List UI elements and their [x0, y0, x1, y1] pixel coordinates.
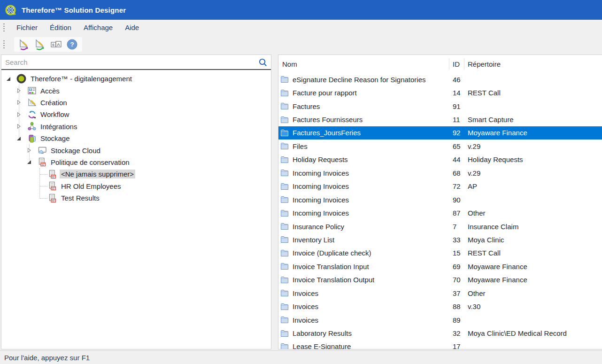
menu-affichage[interactable]: Affichage: [77, 20, 119, 36]
column-separator[interactable]: [464, 58, 464, 70]
tree-item-workflow[interactable]: Workflow: [1, 108, 271, 120]
table-row[interactable]: Invoice Translation Output70Moyaware Fin…: [278, 273, 602, 287]
window-title: Therefore™ Solution Designer: [22, 6, 126, 14]
menu-edition[interactable]: Édition: [44, 20, 77, 36]
therefore-logo-icon: [5, 4, 16, 16]
tree-item-hr-old-employees[interactable]: 31HR Old Employees: [1, 180, 271, 192]
table-row[interactable]: Files65v.29: [278, 139, 602, 153]
cell-nom: Invoices: [278, 316, 449, 324]
cell-nom: Factures: [278, 102, 449, 110]
table-row[interactable]: Incoming Invoices72AP: [278, 180, 602, 193]
column-header-repertoire[interactable]: Répertoire: [464, 60, 602, 68]
export-design-button[interactable]: [34, 38, 46, 51]
cell-id: 70: [449, 276, 464, 284]
menu-grip-handle[interactable]: [3, 23, 5, 32]
collapse-arrow-icon[interactable]: [4, 75, 13, 83]
menu-fichier[interactable]: Fichier: [10, 20, 44, 36]
category-folder-icon: [280, 169, 289, 177]
category-name: Facture pour rapport: [293, 89, 357, 97]
svg-text:31: 31: [52, 188, 55, 190]
status-text: Pour l'aide, appuyez sur F1: [4, 354, 90, 362]
cell-nom: Inventory List: [278, 235, 449, 244]
table-row[interactable]: eSignature Decline Reason for Signatorie…: [278, 73, 602, 86]
column-header-id[interactable]: ID: [449, 60, 464, 68]
table-row[interactable]: Factures Fournisseurs11Smart Capture: [278, 113, 602, 126]
toolbar-grip-handle[interactable]: [3, 40, 5, 49]
search-input[interactable]: [1, 55, 271, 69]
table-row[interactable]: Incoming Invoices68v.29: [278, 166, 602, 179]
tree-item-stockage-cloud[interactable]: Stockage Cloud: [1, 144, 271, 156]
export-design-icon: [34, 39, 46, 50]
table-row[interactable]: Lease E-Signature17: [278, 340, 602, 349]
table-row[interactable]: Laboratory Results32Moya Clinic\ED Medic…: [278, 326, 602, 340]
cell-repertoire: AP: [464, 182, 602, 190]
table-row[interactable]: Invoices37Other: [278, 287, 602, 300]
cell-nom: Invoice (Duplicate check): [278, 249, 449, 257]
integrations-icon: [27, 122, 37, 131]
category-name: Invoices: [293, 316, 318, 324]
tree-item-label: Stockage: [39, 134, 71, 143]
tree-item-stockage[interactable]: Stockage: [1, 132, 271, 144]
cell-repertoire: v.29: [464, 142, 602, 150]
tree-item-int-grations[interactable]: Intégrations: [1, 121, 271, 132]
table-row[interactable]: Invoice (Duplicate check)15REST Call: [278, 247, 602, 260]
tree-item-test-results[interactable]: 31Test Results: [1, 192, 271, 204]
cell-id: 46: [449, 76, 464, 84]
column-header-nom[interactable]: Nom: [278, 60, 449, 68]
category-name: Factures Fournisseurs: [293, 116, 363, 124]
cell-repertoire: Moya Clinic: [464, 236, 602, 244]
help-icon: ?: [66, 39, 78, 50]
cell-nom: Factures_JoursFeries: [278, 129, 449, 137]
search-icon[interactable]: [258, 58, 268, 67]
table-row[interactable]: Factures_JoursFeries92Moyaware Finance: [278, 126, 602, 139]
category-name: Invoice (Duplicate check): [293, 249, 371, 257]
cell-nom: Lease E-Signature: [278, 342, 449, 349]
tree-item-label: Stockage Cloud: [49, 146, 102, 155]
svg-text:6: 6: [52, 43, 54, 47]
cell-repertoire: Insurance Claim: [464, 223, 602, 231]
category-folder-icon: [280, 142, 289, 150]
category-name: Holiday Requests: [293, 155, 348, 163]
tree-item-politique-de-conservation[interactable]: 31Politique de conservation: [1, 156, 271, 168]
category-folder-icon: [280, 329, 289, 338]
table-row[interactable]: Invoices88v.30: [278, 300, 602, 313]
cell-id: 91: [449, 102, 464, 110]
cell-id: 15: [449, 249, 464, 257]
table-row[interactable]: Invoices89: [278, 313, 602, 326]
cell-nom: Invoices: [278, 302, 449, 311]
cell-repertoire: Moyaware Finance: [464, 276, 602, 284]
retention-policy-icon: 31: [48, 194, 57, 203]
therefore-root-icon: [16, 73, 27, 84]
cell-repertoire: v.29: [464, 169, 602, 177]
table-row[interactable]: Incoming Invoices90: [278, 193, 602, 206]
cell-id: 68: [449, 169, 464, 177]
cell-nom: Facture pour rapport: [278, 89, 449, 97]
table-row[interactable]: Facture pour rapport14REST Call: [278, 86, 602, 99]
translate-button[interactable]: 6A: [50, 38, 62, 51]
cell-repertoire: Holiday Requests: [464, 155, 602, 163]
table-row[interactable]: Insurance Policy7Insurance Claim: [278, 220, 602, 233]
toolbar-button-group: 6A?: [14, 37, 82, 52]
cell-id: 89: [449, 316, 464, 324]
category-folder-icon: [280, 182, 289, 191]
tree-item-ne-jamais-supprimer[interactable]: 31<Ne jamais supprimer>: [1, 168, 271, 180]
cell-nom: Invoices: [278, 289, 449, 297]
help-button[interactable]: ?: [66, 38, 78, 51]
column-separator[interactable]: [449, 58, 449, 70]
category-folder-icon: [280, 222, 289, 231]
table-row[interactable]: Factures91: [278, 100, 602, 113]
tree-item-acc-s[interactable]: Accès: [1, 85, 271, 96]
tree-item-cr-ation[interactable]: Création: [1, 97, 271, 108]
menu-aide[interactable]: Aide: [119, 20, 145, 36]
cell-id: 14: [449, 89, 464, 97]
cell-id: 44: [449, 155, 464, 163]
import-design-button[interactable]: [18, 38, 31, 51]
cell-nom: Incoming Invoices: [278, 195, 449, 204]
table-row[interactable]: Inventory List33Moya Clinic: [278, 233, 602, 246]
tree-item-therefore-digitalengagement[interactable]: Therefore™ - digitalengagement: [1, 73, 271, 85]
table-row[interactable]: Incoming Invoices87Other: [278, 206, 602, 219]
table-row[interactable]: Holiday Requests44Holiday Requests: [278, 153, 602, 166]
category-name: eSignature Decline Reason for Signatorie…: [293, 76, 426, 84]
table-row[interactable]: Invoice Translation Input69Moyaware Fina…: [278, 260, 602, 273]
cell-nom: Incoming Invoices: [278, 169, 449, 177]
